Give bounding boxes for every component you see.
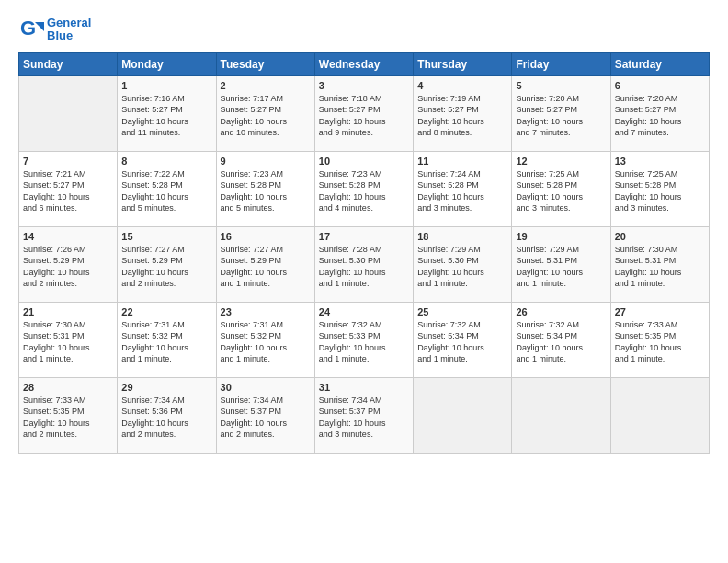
day-info: Sunrise: 7:32 AM Sunset: 5:34 PM Dayligh… bbox=[516, 319, 606, 365]
calendar-container: G General Blue SundayMondayTuesdayWednes… bbox=[0, 0, 728, 563]
calendar-cell: 4Sunrise: 7:19 AM Sunset: 5:27 PM Daylig… bbox=[414, 75, 512, 151]
calendar-cell: 31Sunrise: 7:34 AM Sunset: 5:37 PM Dayli… bbox=[314, 377, 413, 453]
calendar-cell: 15Sunrise: 7:27 AM Sunset: 5:29 PM Dayli… bbox=[118, 226, 216, 302]
calendar-cell: 6Sunrise: 7:20 AM Sunset: 5:27 PM Daylig… bbox=[610, 75, 709, 151]
calendar-cell: 1Sunrise: 7:16 AM Sunset: 5:27 PM Daylig… bbox=[118, 75, 216, 151]
calendar-week-3: 14Sunrise: 7:26 AM Sunset: 5:29 PM Dayli… bbox=[19, 226, 710, 302]
day-info: Sunrise: 7:23 AM Sunset: 5:28 PM Dayligh… bbox=[319, 168, 409, 214]
calendar-cell: 22Sunrise: 7:31 AM Sunset: 5:32 PM Dayli… bbox=[118, 302, 216, 377]
day-number: 2 bbox=[221, 80, 311, 91]
day-info: Sunrise: 7:20 AM Sunset: 5:27 PM Dayligh… bbox=[516, 93, 606, 139]
day-info: Sunrise: 7:31 AM Sunset: 5:32 PM Dayligh… bbox=[121, 319, 211, 365]
day-number: 16 bbox=[221, 231, 311, 242]
day-number: 28 bbox=[23, 382, 113, 393]
day-info: Sunrise: 7:21 AM Sunset: 5:27 PM Dayligh… bbox=[23, 168, 113, 214]
calendar-cell: 21Sunrise: 7:30 AM Sunset: 5:31 PM Dayli… bbox=[19, 302, 118, 377]
day-number: 6 bbox=[615, 80, 705, 91]
day-info: Sunrise: 7:19 AM Sunset: 5:27 PM Dayligh… bbox=[417, 93, 507, 139]
day-number: 23 bbox=[221, 306, 311, 317]
day-info: Sunrise: 7:28 AM Sunset: 5:30 PM Dayligh… bbox=[319, 244, 409, 290]
calendar-cell bbox=[19, 75, 118, 151]
weekday-header-monday: Monday bbox=[118, 52, 216, 75]
day-info: Sunrise: 7:20 AM Sunset: 5:27 PM Dayligh… bbox=[615, 93, 705, 139]
day-number: 17 bbox=[319, 231, 409, 242]
day-number: 3 bbox=[319, 80, 409, 91]
calendar-week-1: 1Sunrise: 7:16 AM Sunset: 5:27 PM Daylig… bbox=[19, 75, 710, 151]
calendar-week-5: 28Sunrise: 7:33 AM Sunset: 5:35 PM Dayli… bbox=[19, 377, 710, 453]
day-info: Sunrise: 7:27 AM Sunset: 5:29 PM Dayligh… bbox=[221, 244, 311, 290]
day-number: 12 bbox=[516, 155, 606, 167]
day-info: Sunrise: 7:32 AM Sunset: 5:34 PM Dayligh… bbox=[417, 319, 507, 365]
day-info: Sunrise: 7:32 AM Sunset: 5:33 PM Dayligh… bbox=[319, 319, 409, 365]
weekday-header-thursday: Thursday bbox=[414, 52, 512, 75]
calendar-cell: 20Sunrise: 7:30 AM Sunset: 5:31 PM Dayli… bbox=[610, 226, 709, 302]
day-info: Sunrise: 7:34 AM Sunset: 5:37 PM Dayligh… bbox=[319, 395, 409, 441]
day-info: Sunrise: 7:25 AM Sunset: 5:28 PM Dayligh… bbox=[615, 168, 705, 214]
day-number: 13 bbox=[615, 155, 705, 167]
day-info: Sunrise: 7:33 AM Sunset: 5:35 PM Dayligh… bbox=[23, 395, 113, 441]
day-info: Sunrise: 7:25 AM Sunset: 5:28 PM Dayligh… bbox=[516, 168, 606, 214]
day-number: 11 bbox=[417, 155, 507, 167]
day-number: 5 bbox=[516, 80, 606, 91]
day-number: 26 bbox=[516, 306, 606, 317]
calendar-cell: 25Sunrise: 7:32 AM Sunset: 5:34 PM Dayli… bbox=[414, 302, 512, 377]
calendar-cell: 7Sunrise: 7:21 AM Sunset: 5:27 PM Daylig… bbox=[19, 151, 118, 226]
logo-line2: Blue bbox=[47, 29, 91, 42]
calendar-cell: 29Sunrise: 7:34 AM Sunset: 5:36 PM Dayli… bbox=[118, 377, 216, 453]
day-info: Sunrise: 7:23 AM Sunset: 5:28 PM Dayligh… bbox=[221, 168, 311, 214]
day-info: Sunrise: 7:33 AM Sunset: 5:35 PM Dayligh… bbox=[615, 319, 705, 365]
calendar-cell: 23Sunrise: 7:31 AM Sunset: 5:32 PM Dayli… bbox=[216, 302, 314, 377]
day-number: 29 bbox=[121, 382, 211, 393]
weekday-header-wednesday: Wednesday bbox=[314, 52, 413, 75]
day-number: 4 bbox=[417, 80, 507, 91]
calendar-cell: 14Sunrise: 7:26 AM Sunset: 5:29 PM Dayli… bbox=[19, 226, 118, 302]
day-info: Sunrise: 7:34 AM Sunset: 5:37 PM Dayligh… bbox=[221, 395, 311, 441]
day-number: 1 bbox=[121, 80, 211, 91]
svg-text:G: G bbox=[20, 17, 36, 40]
day-number: 24 bbox=[319, 306, 409, 317]
calendar-cell: 17Sunrise: 7:28 AM Sunset: 5:30 PM Dayli… bbox=[314, 226, 413, 302]
logo: G General Blue bbox=[18, 17, 91, 43]
day-number: 20 bbox=[615, 231, 705, 242]
day-number: 31 bbox=[319, 382, 409, 393]
calendar-cell: 13Sunrise: 7:25 AM Sunset: 5:28 PM Dayli… bbox=[610, 151, 709, 226]
day-info: Sunrise: 7:29 AM Sunset: 5:30 PM Dayligh… bbox=[417, 244, 507, 290]
logo-icon: G bbox=[18, 17, 44, 42]
calendar-cell bbox=[414, 377, 512, 453]
day-info: Sunrise: 7:27 AM Sunset: 5:29 PM Dayligh… bbox=[121, 244, 211, 290]
day-number: 8 bbox=[121, 155, 211, 167]
day-info: Sunrise: 7:17 AM Sunset: 5:27 PM Dayligh… bbox=[221, 93, 311, 139]
day-info: Sunrise: 7:30 AM Sunset: 5:31 PM Dayligh… bbox=[615, 244, 705, 290]
calendar-week-2: 7Sunrise: 7:21 AM Sunset: 5:27 PM Daylig… bbox=[19, 151, 710, 226]
weekday-header-sunday: Sunday bbox=[19, 52, 118, 75]
calendar-cell: 2Sunrise: 7:17 AM Sunset: 5:27 PM Daylig… bbox=[216, 75, 314, 151]
logo-line1: General bbox=[47, 17, 91, 29]
calendar-week-4: 21Sunrise: 7:30 AM Sunset: 5:31 PM Dayli… bbox=[19, 302, 710, 377]
day-info: Sunrise: 7:34 AM Sunset: 5:36 PM Dayligh… bbox=[121, 395, 211, 441]
day-info: Sunrise: 7:31 AM Sunset: 5:32 PM Dayligh… bbox=[221, 319, 311, 365]
calendar-cell: 9Sunrise: 7:23 AM Sunset: 5:28 PM Daylig… bbox=[216, 151, 314, 226]
day-number: 9 bbox=[221, 155, 311, 167]
day-info: Sunrise: 7:24 AM Sunset: 5:28 PM Dayligh… bbox=[417, 168, 507, 214]
day-number: 27 bbox=[615, 306, 705, 317]
weekday-header-saturday: Saturday bbox=[610, 52, 709, 75]
day-info: Sunrise: 7:29 AM Sunset: 5:31 PM Dayligh… bbox=[516, 244, 606, 290]
day-number: 10 bbox=[319, 155, 409, 167]
day-number: 14 bbox=[23, 231, 113, 242]
calendar-cell: 8Sunrise: 7:22 AM Sunset: 5:28 PM Daylig… bbox=[118, 151, 216, 226]
weekday-header-friday: Friday bbox=[512, 52, 610, 75]
day-number: 30 bbox=[221, 382, 311, 393]
day-number: 25 bbox=[417, 306, 507, 317]
calendar-cell bbox=[610, 377, 709, 453]
calendar-cell: 27Sunrise: 7:33 AM Sunset: 5:35 PM Dayli… bbox=[610, 302, 709, 377]
calendar-cell: 18Sunrise: 7:29 AM Sunset: 5:30 PM Dayli… bbox=[414, 226, 512, 302]
calendar-cell: 19Sunrise: 7:29 AM Sunset: 5:31 PM Dayli… bbox=[512, 226, 610, 302]
day-info: Sunrise: 7:16 AM Sunset: 5:27 PM Dayligh… bbox=[121, 93, 211, 139]
calendar-cell: 3Sunrise: 7:18 AM Sunset: 5:27 PM Daylig… bbox=[314, 75, 413, 151]
day-info: Sunrise: 7:26 AM Sunset: 5:29 PM Dayligh… bbox=[23, 244, 113, 290]
calendar-cell: 24Sunrise: 7:32 AM Sunset: 5:33 PM Dayli… bbox=[314, 302, 413, 377]
svg-marker-1 bbox=[35, 22, 44, 31]
day-number: 22 bbox=[121, 306, 211, 317]
weekday-header-row: SundayMondayTuesdayWednesdayThursdayFrid… bbox=[19, 52, 710, 75]
calendar-cell bbox=[512, 377, 610, 453]
